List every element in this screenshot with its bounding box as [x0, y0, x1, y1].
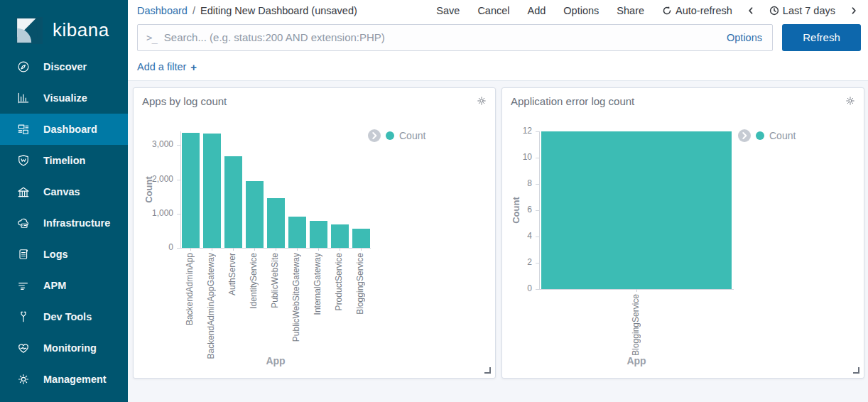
- sidebar-item-canvas[interactable]: Canvas: [0, 176, 128, 207]
- sidebar-item-logs[interactable]: Logs: [0, 239, 128, 270]
- y-tick-mark: [536, 237, 539, 237]
- y-tick-label: 0: [502, 283, 532, 293]
- search-row: >_ Options Refresh: [128, 21, 868, 53]
- x-axis-title: App: [626, 355, 646, 366]
- y-tick-mark: [536, 184, 539, 185]
- x-tick-mark: [297, 248, 298, 251]
- heartbeat-icon: [16, 341, 31, 355]
- sidebar-item-label: Discover: [43, 61, 87, 72]
- x-category-label: PublicWebSiteGateway: [291, 253, 301, 342]
- y-tick-mark: [177, 180, 180, 180]
- auto-refresh-button[interactable]: Auto-refresh: [662, 5, 732, 16]
- x-category-label: BloggingService: [355, 253, 365, 315]
- x-tick-mark: [318, 248, 319, 251]
- sidebar-item-label: Visualize: [43, 92, 87, 104]
- sidebar-item-monitoring[interactable]: Monitoring: [0, 332, 128, 364]
- header-right: Auto-refresh Last 7 days: [662, 5, 858, 16]
- chevron-right-icon: [850, 6, 858, 15]
- sidebar-item-dev-tools[interactable]: Dev Tools: [0, 301, 128, 332]
- y-tick-mark: [536, 289, 539, 290]
- chevron-left-icon: [747, 6, 755, 15]
- sidebar-item-discover[interactable]: Discover: [0, 51, 128, 82]
- legend-series-label[interactable]: Count: [399, 130, 425, 141]
- bar-ProductService[interactable]: [331, 224, 349, 248]
- y-tick-mark: [177, 248, 180, 249]
- bar-AuthServer[interactable]: [224, 156, 242, 248]
- kibana-logo[interactable]: kibana: [0, 0, 128, 50]
- kibana-app: kibana DiscoverVisualizeDashboardTimelio…: [0, 0, 868, 402]
- legend: Count: [368, 129, 425, 142]
- search-options-link[interactable]: Options: [727, 32, 762, 43]
- x-category-label: IdentityService: [249, 253, 259, 309]
- bar-PublicWebSiteGateway[interactable]: [288, 217, 306, 248]
- time-back-button[interactable]: [747, 6, 755, 15]
- canvas-building-icon: [16, 185, 31, 199]
- x-tick-mark: [361, 248, 362, 251]
- infrastructure-cloud-icon: [16, 216, 31, 230]
- legend-series-dot[interactable]: [386, 131, 394, 140]
- x-category-label: BackendAdminAppGateway: [206, 253, 216, 359]
- bar-IdentityService[interactable]: [246, 181, 264, 248]
- time-forward-button[interactable]: [850, 6, 858, 15]
- y-tick-label: 8: [502, 178, 532, 188]
- legend-expand-icon[interactable]: [368, 129, 381, 142]
- y-tick-mark: [536, 263, 539, 264]
- menu-cancel-button[interactable]: Cancel: [477, 5, 509, 16]
- top-menu: SaveCancelAddOptionsShare: [436, 5, 644, 16]
- x-category-label: BloggingService: [631, 294, 641, 356]
- x-category-label: AuthServer: [227, 253, 237, 295]
- x-tick-mark: [636, 289, 637, 292]
- time-range-button[interactable]: Last 7 days: [769, 5, 835, 16]
- y-tick-mark: [536, 158, 539, 158]
- bar-BloggingService[interactable]: [541, 131, 732, 289]
- panel-apps-by-log-count: Apps by log count 01,0002,0003,000CountB…: [133, 87, 496, 379]
- bar-BloggingService[interactable]: [352, 229, 370, 248]
- y-axis-line: [539, 131, 540, 289]
- bar-BackendAdminAppGateway[interactable]: [203, 134, 221, 248]
- breadcrumb-dashboard-link[interactable]: Dashboard: [137, 5, 188, 16]
- sidebar: kibana DiscoverVisualizeDashboardTimelio…: [0, 0, 128, 402]
- sidebar-item-dashboard[interactable]: Dashboard: [0, 114, 128, 145]
- menu-add-button[interactable]: Add: [528, 5, 546, 16]
- top-header: Dashboard / Editing New Dashboard (unsav…: [128, 0, 868, 21]
- legend-series-dot[interactable]: [756, 131, 764, 140]
- sidebar-item-visualize[interactable]: Visualize: [0, 82, 128, 114]
- search-box[interactable]: >_ Options: [137, 24, 773, 51]
- sidebar-nav: DiscoverVisualizeDashboardTimelionCanvas…: [0, 51, 128, 395]
- x-category-label: ProductService: [334, 253, 344, 310]
- add-filter-link[interactable]: Add a filter +: [137, 61, 197, 73]
- panel-application-error-log-count: Application error log count 024681012Cou…: [501, 87, 864, 379]
- sidebar-item-label: Infrastructure: [43, 217, 110, 229]
- gear-icon: [16, 372, 31, 386]
- visualize-chart-icon: [16, 91, 31, 105]
- resize-handle-icon[interactable]: [853, 367, 859, 374]
- y-tick-label: 1,000: [134, 208, 173, 218]
- sidebar-item-label: Timelion: [43, 155, 85, 166]
- x-tick-mark: [190, 248, 191, 251]
- plus-icon: +: [190, 61, 197, 73]
- menu-save-button[interactable]: Save: [436, 5, 460, 16]
- resize-handle-icon[interactable]: [484, 367, 491, 374]
- sidebar-item-apm[interactable]: APM: [0, 270, 128, 301]
- dashboard-grid: Apps by log count 01,0002,0003,000CountB…: [128, 80, 868, 402]
- sidebar-item-management[interactable]: Management: [0, 364, 128, 395]
- sidebar-item-timelion[interactable]: Timelion: [0, 145, 128, 176]
- sidebar-item-infrastructure[interactable]: Infrastructure: [0, 207, 128, 239]
- x-tick-mark: [233, 248, 234, 251]
- refresh-button[interactable]: Refresh: [782, 24, 861, 51]
- x-tick-mark: [254, 248, 255, 251]
- menu-share-button[interactable]: Share: [617, 5, 644, 16]
- filter-bar: Add a filter +: [128, 53, 868, 80]
- legend-expand-icon[interactable]: [738, 129, 751, 142]
- y-tick-label: 3,000: [134, 139, 173, 149]
- bar-PublicWebSite[interactable]: [267, 198, 285, 248]
- bar-InternalGateway[interactable]: [310, 221, 327, 248]
- sidebar-item-label: Management: [43, 374, 107, 385]
- x-category-label: PublicWebSite: [270, 253, 280, 308]
- bar-BackendAdminApp[interactable]: [182, 133, 200, 248]
- sidebar-item-label: Logs: [43, 249, 68, 260]
- search-input[interactable]: [164, 31, 727, 43]
- y-axis-title: Count: [143, 176, 154, 203]
- menu-options-button[interactable]: Options: [563, 5, 599, 16]
- legend-series-label[interactable]: Count: [769, 130, 796, 141]
